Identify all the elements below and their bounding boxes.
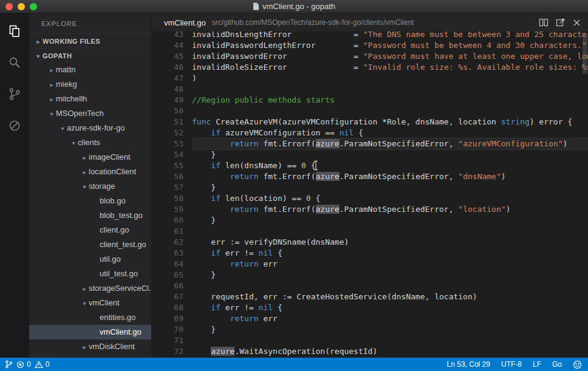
code-line[interactable]: 43invalidDnsLengthError = "The DNS name … — [152, 32, 588, 40]
code-line[interactable]: 52 if azureVMConfiguration == nil { — [152, 128, 588, 138]
line-number[interactable]: 46 — [152, 62, 192, 73]
folder-item[interactable]: ▸imageClient — [29, 150, 151, 165]
code-line[interactable]: 70 } — [152, 324, 588, 335]
line-number[interactable]: 72 — [152, 346, 192, 357]
folder-item[interactable]: ▸storageServiceCl... — [29, 281, 151, 296]
line-number[interactable]: 53 — [152, 138, 192, 149]
file-item[interactable]: client.go — [29, 223, 151, 237]
feedback-button[interactable] — [573, 360, 582, 369]
line-number[interactable]: 48 — [152, 84, 192, 95]
file-item[interactable]: entities.go — [29, 310, 151, 325]
gopath-section-header[interactable]: ▾GOPATH — [29, 48, 151, 63]
code-line[interactable]: 61 — [152, 226, 588, 237]
code-line[interactable]: 69 return err — [152, 313, 588, 324]
file-item[interactable]: util_test.go — [29, 267, 151, 281]
line-number[interactable]: 66 — [152, 281, 192, 291]
scrollbar-thumb[interactable] — [583, 34, 587, 74]
line-number[interactable]: 51 — [152, 117, 192, 128]
line-number[interactable]: 70 — [152, 324, 192, 335]
line-number[interactable]: 59 — [152, 204, 192, 215]
line-number[interactable]: 57 — [152, 182, 192, 193]
folder-item[interactable]: ▸locationClient — [29, 165, 151, 179]
folder-item[interactable]: ▸mitchellh — [29, 92, 151, 106]
code-line[interactable]: 50 — [152, 106, 588, 117]
line-number[interactable]: 64 — [152, 259, 192, 270]
code-line[interactable]: 66 — [152, 281, 588, 291]
code-line[interactable]: 68 if err != nil { — [152, 302, 588, 313]
code-line[interactable]: 72 azure.WaitAsyncOperation(requestId) — [152, 346, 588, 357]
line-number[interactable]: 61 — [152, 226, 192, 237]
editor-scrollbar[interactable] — [582, 32, 588, 358]
line-number[interactable]: 60 — [152, 215, 192, 226]
file-item[interactable]: util.go — [29, 252, 151, 267]
code-line[interactable]: 58 if len(location) == 0 { — [152, 193, 588, 204]
cursor-position-indicator[interactable]: Ln 53, Col 29 — [447, 360, 490, 369]
code-line[interactable]: 67 requestId, err := CreateHostedService… — [152, 291, 588, 302]
code-line[interactable]: 44invalidPasswordLengthError = "Password… — [152, 40, 588, 51]
line-number[interactable]: 63 — [152, 248, 192, 259]
line-number[interactable]: 50 — [152, 106, 192, 117]
line-number[interactable]: 55 — [152, 160, 192, 171]
folder-item[interactable]: ▾vmClient — [29, 296, 151, 310]
close-editor-button[interactable] — [573, 19, 581, 27]
file-item[interactable]: vmClient.go — [29, 325, 151, 339]
folder-item[interactable]: ▸mattn — [29, 63, 151, 77]
activity-git-button[interactable] — [4, 84, 25, 104]
code-line[interactable]: 55 if len(dnsName) == 0 { — [152, 160, 588, 171]
activity-explorer-button[interactable] — [4, 21, 25, 41]
code-line[interactable]: 53 return fmt.Errorf(azure.ParamNotSpeci… — [152, 138, 588, 149]
warning-count-button[interactable]: 0 — [35, 360, 50, 369]
line-number[interactable]: 44 — [152, 40, 192, 51]
folder-item[interactable]: ▾azure-sdk-for-go — [29, 121, 151, 135]
line-number[interactable]: 56 — [152, 171, 192, 182]
line-number[interactable]: 65 — [152, 270, 192, 281]
file-item[interactable]: blob.go — [29, 194, 151, 208]
line-number[interactable]: 49 — [152, 95, 192, 106]
folder-item[interactable]: ▾clients — [29, 135, 151, 150]
code-line[interactable]: 57 } — [152, 182, 588, 193]
error-count-button[interactable]: 0 — [16, 360, 31, 369]
line-number[interactable]: 62 — [152, 237, 192, 248]
line-number[interactable]: 54 — [152, 149, 192, 160]
folder-item[interactable]: ▸miekg — [29, 77, 151, 92]
code-line[interactable]: 62 err := verifyDNSname(dnsName) — [152, 237, 588, 248]
code-line[interactable]: 51func CreateAzureVM(azureVMConfiguratio… — [152, 117, 588, 128]
code-line[interactable]: 48 — [152, 84, 588, 95]
activity-search-button[interactable] — [4, 52, 25, 73]
code-line[interactable]: 45invalidPasswordError = "Password must … — [152, 51, 588, 62]
code-line[interactable]: 54 } — [152, 149, 588, 160]
code-line[interactable]: 56 return fmt.Errorf(azure.ParamNotSpeci… — [152, 171, 588, 182]
git-status-button[interactable] — [5, 360, 13, 369]
file-item[interactable]: blob_test.go — [29, 208, 151, 223]
line-number[interactable]: 52 — [152, 128, 192, 138]
open-preview-button[interactable] — [556, 18, 566, 27]
code-line[interactable]: 47) — [152, 73, 588, 84]
code-line[interactable]: 60 } — [152, 215, 588, 226]
editor-title-bar[interactable]: vmClient.go src/github.com/MSOpenTech/az… — [152, 13, 588, 32]
folder-item[interactable]: ▸core — [29, 354, 151, 358]
working-files-section-header[interactable]: ▸WORKING FILES — [29, 33, 151, 48]
line-number[interactable]: 68 — [152, 302, 192, 313]
line-number[interactable]: 47 — [152, 73, 192, 84]
line-number[interactable]: 71 — [152, 335, 192, 346]
activity-debug-button[interactable] — [4, 115, 25, 136]
editor-body[interactable]: 43invalidDnsLengthError = "The DNS name … — [152, 32, 588, 358]
code-line[interactable]: 65 } — [152, 270, 588, 281]
line-number[interactable]: 58 — [152, 193, 192, 204]
language-mode-indicator[interactable]: Go — [552, 360, 562, 369]
folder-item[interactable]: ▸vmDiskClient — [29, 339, 151, 354]
code-line[interactable]: 46invalidRoleSizeError = "Invalid role s… — [152, 62, 588, 73]
code-line[interactable]: 49//Region public methods starts — [152, 95, 588, 106]
line-number[interactable]: 45 — [152, 51, 192, 62]
folder-item[interactable]: ▾MSOpenTech — [29, 106, 151, 121]
line-number[interactable]: 43 — [152, 32, 192, 40]
code-line[interactable]: 63 if err != nil { — [152, 248, 588, 259]
code-line[interactable]: 59 return fmt.Errorf(azure.ParamNotSpeci… — [152, 204, 588, 215]
code-line[interactable]: 64 return err — [152, 259, 588, 270]
split-editor-button[interactable] — [539, 18, 549, 27]
folder-item[interactable]: ▾storage — [29, 179, 151, 194]
line-number[interactable]: 69 — [152, 313, 192, 324]
line-number[interactable]: 67 — [152, 291, 192, 302]
code-line[interactable]: 71 — [152, 335, 588, 346]
eol-indicator[interactable]: LF — [533, 360, 541, 369]
